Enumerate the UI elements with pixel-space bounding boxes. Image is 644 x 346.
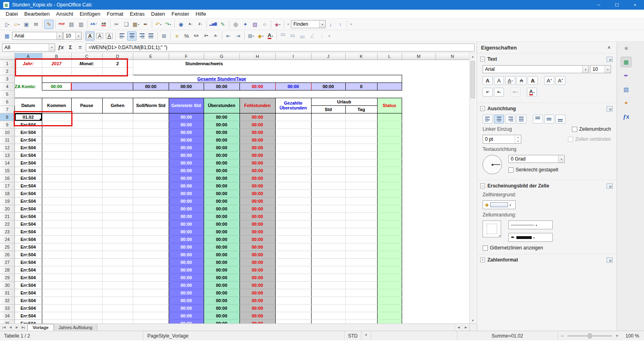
cell[interactable] [436, 75, 469, 82]
cell-ueberstunden[interactable]: 00:00 [204, 266, 239, 274]
cell[interactable] [42, 197, 71, 205]
cell[interactable] [42, 258, 71, 266]
orientation-dial[interactable] [483, 155, 502, 174]
cell-status[interactable] [377, 289, 402, 297]
cell[interactable] [133, 144, 169, 151]
cell[interactable] [311, 121, 345, 128]
cell-geleistete-std[interactable]: 00:00 [169, 297, 204, 304]
cell[interactable] [345, 258, 377, 266]
cell-fehlstunden[interactable]: 00:00 [239, 144, 275, 151]
cell[interactable] [14, 90, 42, 98]
cell[interactable] [436, 212, 469, 220]
cell[interactable] [377, 90, 402, 98]
cell[interactable] [311, 212, 345, 220]
align-justify-icon[interactable] [147, 31, 156, 41]
cell-ueberstunden[interactable]: 00:00 [204, 281, 239, 289]
cell[interactable] [71, 289, 102, 297]
decrease-indent-icon[interactable]: ⇤ [224, 31, 233, 41]
cell[interactable] [436, 297, 469, 304]
cell[interactable] [275, 243, 311, 251]
cell[interactable] [102, 90, 133, 98]
dropdown-icon[interactable]: ▾ [75, 32, 81, 39]
cell[interactable] [275, 297, 311, 304]
character-spacing-icon[interactable]: AV▾ [510, 88, 520, 97]
cell[interactable] [345, 235, 377, 243]
cell[interactable] [345, 182, 377, 189]
vertical-scrollbar-thumb[interactable] [471, 61, 475, 98]
cell[interactable]: 00:00 [133, 82, 169, 90]
cell[interactable] [311, 144, 345, 151]
cell[interactable] [133, 189, 169, 197]
cell[interactable] [71, 189, 102, 197]
cell[interactable] [345, 121, 377, 128]
cell-datum[interactable]: Err:504 [14, 159, 42, 167]
cell-ueberstunden[interactable]: 00:00 [204, 220, 239, 228]
cell-ueberstunden[interactable]: 00:00 [204, 159, 239, 167]
menu-datei[interactable]: Datei [2, 10, 21, 18]
cell[interactable] [311, 128, 345, 136]
cell[interactable] [345, 304, 377, 312]
cell-band-title[interactable]: Gesamte Stunden/Tage [42, 75, 402, 82]
row-header-18[interactable]: 18 [0, 189, 14, 197]
cell[interactable] [402, 128, 436, 136]
select-all-corner[interactable] [0, 53, 14, 60]
align-center-icon[interactable] [494, 115, 504, 124]
cell-geleistete-std[interactable]: 00:00 [169, 151, 204, 159]
cell[interactable] [436, 136, 469, 144]
vertically-stacked-checkbox[interactable]: Senkrecht gestapelt [508, 167, 611, 173]
cell[interactable] [436, 98, 469, 113]
cell[interactable] [102, 128, 133, 136]
find-toolbar-options-icon[interactable]: » [349, 22, 353, 26]
cell-ueberstunden[interactable]: 00:00 [204, 197, 239, 205]
cell[interactable] [71, 167, 102, 174]
cell-geleistete-std[interactable]: 00:00 [169, 113, 204, 121]
cell-fehlstunden[interactable]: 00:00 [239, 274, 275, 281]
format-paintbrush-icon[interactable]: ✒ [141, 20, 150, 29]
expand-icon[interactable]: + [480, 257, 485, 262]
cell[interactable] [275, 274, 311, 281]
next-sheet-icon[interactable]: ▶ [14, 325, 20, 330]
formula-icon[interactable]: = [76, 44, 84, 50]
row-header-31[interactable]: 31 [0, 289, 14, 297]
menu-hilfe[interactable]: Hilfe [192, 10, 209, 18]
cell[interactable] [345, 289, 377, 297]
close-button[interactable]: × [626, 0, 644, 10]
row-header-4[interactable]: 4 [0, 82, 14, 90]
cell[interactable] [311, 159, 345, 167]
cell[interactable] [71, 90, 102, 98]
cell[interactable] [402, 312, 436, 319]
cell[interactable] [42, 304, 71, 312]
cell[interactable] [436, 167, 469, 174]
sidebar-menu-icon[interactable]: ≡ [621, 43, 632, 54]
sort-descending-icon[interactable]: Z↓ [196, 20, 205, 29]
cell-ueberstunden[interactable]: 00:00 [204, 297, 239, 304]
cell[interactable]: 0 [345, 82, 377, 90]
stepper-arrows[interactable]: ▲ ▼ [515, 135, 521, 143]
cell[interactable] [275, 159, 311, 167]
cell-background-color-picker[interactable]: ◆ ▾ [483, 200, 516, 209]
cell[interactable] [102, 258, 133, 266]
styles-deck-icon[interactable]: ✒ [621, 70, 632, 81]
cell-status[interactable] [377, 228, 402, 235]
cell-fehlstunden[interactable]: 00:00 [239, 251, 275, 258]
copy-icon[interactable]: ❑ [122, 20, 131, 29]
cell[interactable] [42, 212, 71, 220]
cell[interactable] [311, 235, 345, 243]
cell[interactable] [402, 243, 436, 251]
cell-status[interactable] [377, 113, 402, 121]
cell[interactable] [71, 182, 102, 189]
cell[interactable] [133, 128, 169, 136]
cell-fehlstunden[interactable]: 00:00 [239, 258, 275, 266]
dropdown-icon[interactable]: ▾ [605, 66, 611, 73]
previous-sheet-icon[interactable]: ◀ [7, 325, 14, 330]
cell[interactable] [402, 159, 436, 167]
cell[interactable] [71, 274, 102, 281]
cell-ueberstunden[interactable]: 00:00 [204, 235, 239, 243]
insert-chart-icon[interactable]: ▂▅▇ [208, 20, 218, 29]
formatting-toolbar-options-icon[interactable]: » [327, 34, 332, 38]
italic-icon[interactable]: A [494, 76, 504, 85]
cell[interactable] [42, 128, 71, 136]
cell[interactable] [42, 281, 71, 289]
cell[interactable] [42, 182, 71, 189]
cell[interactable] [345, 136, 377, 144]
